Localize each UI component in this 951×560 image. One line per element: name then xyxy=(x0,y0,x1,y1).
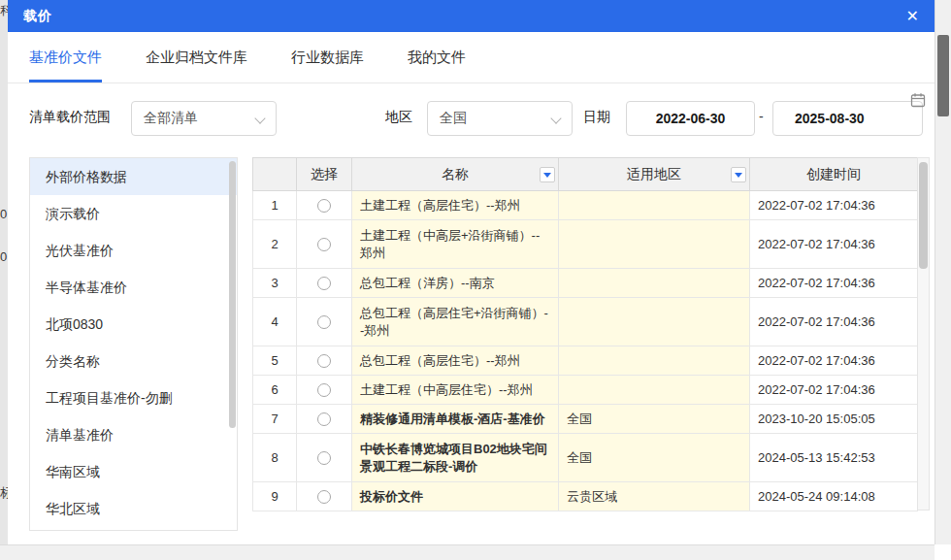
sidebar-item[interactable]: 半导体基准价 xyxy=(30,269,237,306)
table-row[interactable]: 3 总包工程（洋房）--南京 2022-07-02 17:04:36 xyxy=(253,269,918,298)
row-region xyxy=(559,191,750,220)
row-created: 2022-07-02 17:04:36 xyxy=(750,346,918,376)
row-name: 精装修通用清单模板-酒店-基准价 xyxy=(352,405,559,434)
sidebar-item[interactable]: 光伏基准价 xyxy=(30,232,237,269)
row-name: 总包工程（洋房）--南京 xyxy=(352,269,559,298)
row-region: 全国 xyxy=(559,434,750,482)
sidebar-item[interactable]: 华北区域 xyxy=(30,490,237,527)
dialog-title: 载价 xyxy=(23,8,52,25)
row-created: 2022-07-02 17:04:36 xyxy=(750,269,918,298)
dialog-header: 载价 ✕ xyxy=(8,0,935,32)
table-row[interactable]: 2 土建工程（中高层+沿街商铺）--郑州 2022-07-02 17:04:36 xyxy=(253,220,918,269)
calendar-icon[interactable] xyxy=(910,92,926,112)
row-name: 土建工程（中高层+沿街商铺）--郑州 xyxy=(352,220,559,269)
table-row[interactable]: 5 总包工程（高层住宅）--郑州 2022-07-02 17:04:36 xyxy=(253,346,918,376)
row-index: 8 xyxy=(253,434,297,482)
region-select[interactable]: 全国 xyxy=(427,101,573,136)
sidebar-item[interactable]: 分类名称 xyxy=(30,343,237,379)
table-scrollbar[interactable] xyxy=(917,157,930,511)
row-index: 4 xyxy=(253,298,297,346)
row-name: 土建工程（中高层住宅）--郑州 xyxy=(352,376,559,405)
row-region: 全国 xyxy=(559,405,750,434)
sidebar-item[interactable]: 北项0830 xyxy=(30,306,237,343)
sidebar-item[interactable]: 华南区域 xyxy=(30,453,237,490)
scrollbar-corner xyxy=(935,544,951,560)
row-index: 7 xyxy=(253,405,297,434)
background-fragment: 0 xyxy=(0,207,8,222)
col-header-name: 名称 xyxy=(352,158,559,191)
background-fragment: 0 xyxy=(0,249,8,265)
vertical-scrollbar[interactable] xyxy=(935,0,951,560)
tab-enterprise-archive[interactable]: 企业归档文件库 xyxy=(146,32,247,82)
background-fragment: 标 xyxy=(0,485,8,501)
row-region xyxy=(559,269,750,298)
table-row[interactable]: 9 投标价文件 云贵区域 2024-05-24 09:14:08 xyxy=(253,482,918,511)
row-radio[interactable] xyxy=(317,354,331,368)
tab-my-files[interactable]: 我的文件 xyxy=(408,32,466,82)
date-label: 日期 xyxy=(583,109,610,126)
close-icon[interactable]: ✕ xyxy=(906,9,919,24)
col-header-select: 选择 xyxy=(297,158,352,191)
row-radio[interactable] xyxy=(317,451,331,465)
row-radio[interactable] xyxy=(317,412,331,426)
row-radio[interactable] xyxy=(317,199,331,213)
vertical-scrollbar-thumb[interactable] xyxy=(937,35,949,116)
horizontal-scrollbar[interactable] xyxy=(0,544,935,560)
row-region xyxy=(559,376,750,405)
row-created: 2022-07-02 17:04:36 xyxy=(750,376,918,405)
sidebar-item[interactable]: 清单基准价 xyxy=(30,416,237,453)
tab-bar: 基准价文件 企业归档文件库 行业数据库 我的文件 xyxy=(8,32,935,83)
sidebar-item[interactable]: 外部价格数据 xyxy=(30,158,237,195)
row-created: 2024-05-24 09:14:08 xyxy=(750,482,918,511)
sidebar-item[interactable]: 演示载价 xyxy=(30,195,237,232)
chevron-down-icon xyxy=(550,113,561,123)
sidebar-scrollbar[interactable] xyxy=(229,161,236,428)
table-row[interactable]: 1 土建工程（高层住宅）--郑州 2022-07-02 17:04:36 xyxy=(253,191,918,220)
scope-select-value: 全部清单 xyxy=(144,110,198,127)
row-region xyxy=(559,346,750,376)
row-name: 投标价文件 xyxy=(352,482,559,511)
row-index: 6 xyxy=(253,376,297,405)
table-row[interactable]: 8 中铁长春博览城项目B02地块宅间景观工程二标段-调价 全国 2024-05-… xyxy=(253,434,918,482)
row-region: 云贵区域 xyxy=(559,482,750,511)
date-start-input[interactable]: 2022-06-30 xyxy=(626,101,755,136)
region-select-value: 全国 xyxy=(440,110,467,127)
row-name: 总包工程（高层住宅+沿街商铺）--郑州 xyxy=(352,298,559,346)
filter-funnel-icon[interactable] xyxy=(731,167,746,182)
row-radio[interactable] xyxy=(317,383,331,397)
col-header-region: 适用地区 xyxy=(559,158,750,191)
sidebar-item[interactable]: 工程项目基准价-勿删 xyxy=(30,379,237,416)
row-created: 2023-10-20 15:05:05 xyxy=(750,405,918,434)
load-price-dialog: 载价 ✕ 基准价文件 企业归档文件库 行业数据库 我的文件 清单载价范围 全部清… xyxy=(8,0,935,544)
scope-select[interactable]: 全部清单 xyxy=(131,101,277,136)
row-radio[interactable] xyxy=(317,490,331,504)
tab-base-price-files[interactable]: 基准价文件 xyxy=(29,32,102,82)
row-radio[interactable] xyxy=(317,277,331,290)
price-file-table: 选择 名称 适用地区 创建时间 1 xyxy=(252,157,930,511)
price-source-list: 外部价格数据 演示载价 光伏基准价 半导体基准价 北项0830 分类名称 工程项… xyxy=(29,157,238,531)
row-region xyxy=(559,298,750,346)
table-header-row: 选择 名称 适用地区 创建时间 xyxy=(253,158,918,191)
row-radio[interactable] xyxy=(317,238,331,251)
filter-funnel-icon[interactable] xyxy=(540,167,555,182)
table-scrollbar-thumb[interactable] xyxy=(919,162,928,269)
row-created: 2022-07-02 17:04:36 xyxy=(750,298,918,346)
row-created: 2022-07-02 17:04:36 xyxy=(750,220,918,269)
row-region xyxy=(559,220,750,269)
row-created: 2024-05-13 15:42:53 xyxy=(750,434,918,482)
table-row[interactable]: 7 精装修通用清单模板-酒店-基准价 全国 2023-10-20 15:05:0… xyxy=(253,405,918,434)
chevron-down-icon xyxy=(254,113,265,123)
date-end-input[interactable]: 2025-08-30 xyxy=(772,101,923,136)
tab-industry-database[interactable]: 行业数据库 xyxy=(291,32,364,82)
col-header-index xyxy=(253,158,297,191)
row-index: 9 xyxy=(253,482,297,511)
row-index: 3 xyxy=(253,269,297,298)
table-row[interactable]: 6 土建工程（中高层住宅）--郑州 2022-07-02 17:04:36 xyxy=(253,376,918,405)
table-row[interactable]: 4 总包工程（高层住宅+沿街商铺）--郑州 2022-07-02 17:04:3… xyxy=(253,298,918,346)
background-fragment: 科 xyxy=(0,3,8,18)
dialog-content: 外部价格数据 演示载价 光伏基准价 半导体基准价 北项0830 分类名称 工程项… xyxy=(8,155,935,544)
row-radio[interactable] xyxy=(317,315,331,329)
scope-label: 清单载价范围 xyxy=(29,109,111,126)
row-name: 总包工程（高层住宅）--郑州 xyxy=(352,346,559,376)
row-index: 5 xyxy=(253,346,297,376)
